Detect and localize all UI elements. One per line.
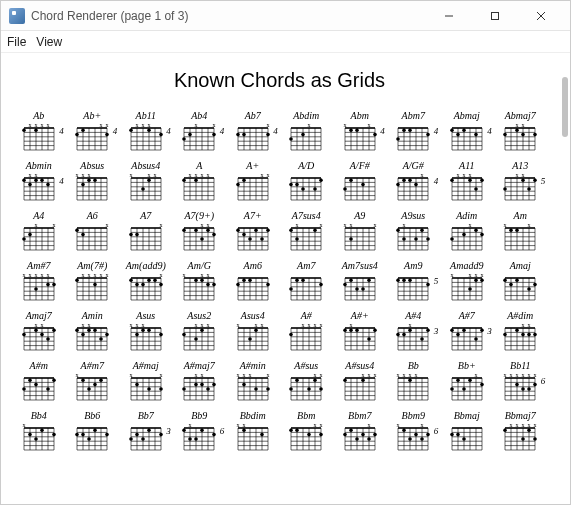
chord-diagram — [287, 172, 325, 202]
svg-point-818 — [373, 328, 377, 332]
menu-file[interactable]: File — [7, 35, 26, 49]
svg-point-1176 — [373, 433, 377, 437]
svg-point-604 — [248, 278, 252, 282]
svg-text:x: x — [129, 172, 132, 178]
chord-label: Ab+ — [83, 110, 101, 121]
svg-point-851 — [462, 328, 466, 332]
svg-text:x: x — [201, 272, 204, 278]
svg-point-1175 — [367, 437, 371, 441]
chord-diagram: xxx — [341, 222, 379, 252]
svg-point-225 — [147, 178, 151, 182]
svg-point-620 — [301, 278, 305, 282]
chord-label: A# — [301, 310, 312, 321]
chord-label: A#maj — [133, 360, 159, 371]
chord-label: Bb — [408, 360, 419, 371]
menu-view[interactable]: View — [36, 35, 62, 49]
chord-cell: Abmaj7xx — [497, 110, 545, 152]
maximize-button[interactable] — [474, 3, 516, 29]
chord-diagram: xx4 — [341, 122, 379, 152]
svg-point-88 — [242, 133, 246, 137]
svg-text:x: x — [207, 322, 210, 328]
svg-point-1208 — [450, 433, 454, 437]
svg-point-476 — [402, 237, 406, 241]
chord-cell: Ab4xx4 — [176, 110, 224, 152]
svg-point-885 — [22, 387, 26, 391]
svg-point-887 — [34, 383, 38, 387]
chord-cell: Ab+xx4 — [69, 110, 117, 152]
svg-text:x: x — [308, 322, 311, 328]
svg-point-782 — [248, 337, 252, 341]
svg-text:x: x — [516, 372, 519, 378]
chord-label: Ab4 — [191, 110, 207, 121]
chord-label: Amaj7 — [26, 310, 52, 321]
svg-text:x: x — [528, 322, 531, 328]
svg-point-923 — [159, 387, 163, 391]
svg-point-21 — [34, 128, 38, 132]
svg-text:x: x — [201, 172, 204, 178]
svg-point-308 — [414, 183, 418, 187]
svg-point-493 — [450, 237, 454, 241]
minimize-button[interactable] — [428, 3, 470, 29]
scrollbar-thumb[interactable] — [562, 77, 568, 137]
svg-point-290 — [349, 178, 353, 182]
svg-point-360 — [22, 237, 26, 241]
window-title: Chord Renderer (page 1 of 3) — [31, 9, 428, 23]
svg-point-324 — [450, 178, 454, 182]
chord-diagram: xxxx — [180, 172, 218, 202]
svg-point-905 — [93, 383, 97, 387]
chord-position-label: 4 — [220, 126, 225, 136]
svg-text:x: x — [456, 172, 459, 178]
chord-label: Bb11 — [510, 360, 530, 371]
chord-label: Absus4 — [131, 160, 160, 171]
svg-point-242 — [182, 178, 186, 182]
svg-point-906 — [99, 378, 103, 382]
svg-point-1195 — [426, 433, 430, 437]
svg-point-20 — [22, 128, 26, 132]
close-button[interactable] — [520, 3, 562, 29]
application-window: Chord Renderer (page 1 of 3) File View K… — [0, 0, 571, 505]
chord-diagram: x — [448, 222, 486, 252]
svg-point-889 — [52, 378, 56, 382]
chord-cell: Bb+x — [443, 360, 491, 402]
svg-point-922 — [147, 387, 151, 391]
svg-point-136 — [408, 128, 412, 132]
chord-diagram: xxxxx — [20, 272, 58, 302]
svg-point-325 — [468, 178, 472, 182]
svg-point-1087 — [93, 428, 97, 432]
svg-text:x: x — [403, 222, 406, 228]
chord-label: Amin — [82, 310, 103, 321]
svg-text:x: x — [135, 322, 138, 328]
chord-label: Absus — [80, 160, 104, 171]
svg-text:x: x — [528, 372, 531, 378]
chord-label: Asus2 — [187, 310, 211, 321]
svg-point-274 — [301, 187, 305, 191]
vertical-scrollbar[interactable] — [558, 53, 570, 504]
svg-point-833 — [402, 333, 406, 337]
svg-point-1028 — [450, 387, 454, 391]
svg-point-207 — [87, 178, 91, 182]
chord-cell: A#m — [15, 360, 63, 402]
chord-cell: A#minxxxx — [229, 360, 277, 402]
chord-diagram: xx4 — [73, 122, 111, 152]
svg-point-258 — [236, 183, 240, 187]
svg-point-686 — [503, 278, 507, 282]
svg-text:x: x — [201, 372, 204, 378]
svg-text:x: x — [528, 222, 531, 228]
svg-point-938 — [182, 387, 186, 391]
chord-cell: Bbm7x — [336, 410, 384, 452]
svg-point-376 — [81, 233, 85, 237]
svg-text:x: x — [34, 222, 37, 228]
chord-label: A6 — [87, 210, 98, 221]
svg-text:x: x — [504, 222, 507, 228]
chord-diagram: xxxx — [287, 322, 325, 352]
titlebar[interactable]: Chord Renderer (page 1 of 3) — [1, 1, 570, 31]
svg-text:x: x — [534, 422, 537, 428]
svg-text:x: x — [397, 422, 400, 428]
svg-point-1209 — [456, 433, 460, 437]
chord-diagram: x — [287, 122, 325, 152]
svg-point-1230 — [527, 428, 531, 432]
svg-point-361 — [28, 233, 32, 237]
chord-label: A#7 — [459, 310, 475, 321]
svg-point-654 — [426, 283, 430, 287]
svg-point-443 — [289, 228, 293, 232]
